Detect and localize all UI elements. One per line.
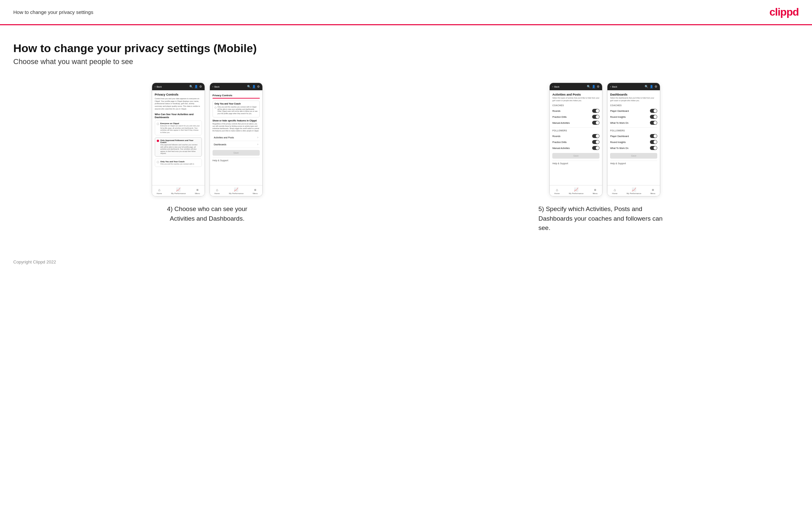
save-btn-2[interactable]: Save (212, 150, 260, 156)
back-chevron-1: ‹ (155, 85, 156, 88)
person-icon-4[interactable]: 👤 (650, 85, 653, 88)
option-everyone-desc: Everyone on Clippd can search for you an… (160, 125, 200, 133)
nav-back-label-3: Back (554, 86, 560, 88)
settings-icon-3[interactable]: ⚙ (597, 85, 600, 88)
bottom-performance-label-3: My Performance (569, 192, 583, 194)
save-btn-3[interactable]: Save (552, 153, 600, 159)
followers-player-toggle[interactable] (650, 134, 657, 138)
main-content: How to change your privacy settings (Mob… (0, 25, 812, 253)
bottom-menu-label-3: Menu (593, 192, 598, 194)
followers-rounds-toggle[interactable] (592, 134, 600, 138)
coaches-player-toggle[interactable] (650, 109, 657, 113)
coaches-insights-row: Round Insights (610, 114, 657, 120)
toggle-knob (654, 134, 657, 138)
followers-drills-toggle[interactable] (592, 140, 600, 144)
coaches-manual-toggle[interactable] (592, 121, 600, 125)
phone-nav-4: ‹ Back 🔍 👤 ⚙ (607, 83, 660, 90)
followers-rounds-label: Rounds (552, 135, 560, 137)
caption-block-4: ‹ Back 🔍 👤 ⚙ Privacy Controls Control ho… (13, 82, 401, 223)
bottom-menu-2[interactable]: ≡ Menu (253, 188, 258, 194)
bottom-menu-1[interactable]: ≡ Menu (195, 188, 200, 194)
screenshots-grid: ‹ Back 🔍 👤 ⚙ Privacy Controls Control ho… (13, 82, 799, 233)
person-icon-3[interactable]: 👤 (592, 85, 596, 88)
save-btn-4[interactable]: Save (610, 153, 657, 159)
coaches-work-label: What To Work On (610, 122, 628, 124)
radio-approved[interactable] (157, 140, 159, 142)
caption-4: 4) Choose who can see your Activities an… (154, 205, 260, 223)
option-approved-title: Only Approved Followers and Your Coach (160, 139, 200, 143)
pc-tab-bar-2: Privacy Controls (212, 93, 260, 99)
bottom-performance-1[interactable]: 📈 My Performance (171, 187, 186, 194)
dashboards-link[interactable]: Dashboards › (212, 141, 260, 148)
person-icon-2[interactable]: 👤 (252, 85, 256, 88)
toggle-knob (596, 146, 599, 150)
option-approved-desc: Only approved followers and coaches you … (160, 144, 200, 155)
coaches-drills-label: Practice Drills (552, 116, 567, 118)
toggle-knob (654, 121, 657, 124)
followers-label-3: FOLLOWERS (552, 129, 600, 132)
footer: Copyright Clippd 2022 (0, 253, 812, 271)
bottom-home-2[interactable]: ⌂ Home (214, 188, 220, 194)
copyright: Copyright Clippd 2022 (13, 260, 56, 265)
bottom-performance-2[interactable]: 📈 My Performance (229, 187, 244, 194)
toggle-knob (596, 109, 599, 112)
bottom-performance-4[interactable]: 📈 My Performance (627, 187, 641, 194)
option-everyone-title: Everyone on Clippd (160, 122, 200, 124)
option-only-you[interactable]: Only You and Your Coach Only you and the… (155, 159, 202, 167)
option-approved[interactable]: Only Approved Followers and Your Coach O… (155, 137, 202, 157)
bottom-performance-3[interactable]: 📈 My Performance (569, 187, 583, 194)
radio-popup[interactable] (214, 107, 216, 109)
settings-icon-1[interactable]: ⚙ (199, 85, 202, 88)
coaches-rounds-toggle[interactable] (592, 109, 600, 113)
followers-insights-toggle[interactable] (650, 140, 657, 144)
settings-icon-4[interactable]: ⚙ (655, 85, 657, 88)
bottom-home-3[interactable]: ⌂ Home (554, 188, 560, 194)
followers-label-4: FOLLOWERS (610, 129, 657, 132)
followers-manual-toggle[interactable] (592, 146, 600, 150)
option-everyone[interactable]: Everyone on Clippd Everyone on Clippd ca… (155, 120, 202, 135)
home-icon-3: ⌂ (556, 188, 558, 192)
divider-4 (610, 127, 657, 128)
bottom-home-1[interactable]: ⌂ Home (157, 188, 162, 194)
followers-work-toggle[interactable] (650, 146, 657, 150)
bottom-menu-3[interactable]: ≡ Menu (593, 188, 598, 194)
coaches-label-4: COACHES (610, 104, 657, 107)
radio-only-you[interactable] (157, 161, 159, 163)
activities-posts-link[interactable]: Activities and Posts › (212, 134, 260, 141)
person-icon-1[interactable]: 👤 (194, 85, 198, 88)
bottom-home-4[interactable]: ⌂ Home (612, 188, 617, 194)
performance-icon-4: 📈 (632, 187, 636, 192)
bottom-home-label-3: Home (554, 192, 560, 194)
toggle-knob (654, 146, 657, 150)
followers-player-label: Player Dashboard (610, 135, 629, 137)
performance-icon-2: 📈 (234, 187, 239, 192)
search-icon-1[interactable]: 🔍 (189, 85, 193, 88)
search-icon-3[interactable]: 🔍 (587, 85, 591, 88)
radio-everyone[interactable] (157, 123, 159, 125)
performance-icon-3: 📈 (574, 187, 578, 192)
page-subheading: Choose what you want people to see (13, 57, 799, 66)
search-icon-4[interactable]: 🔍 (645, 85, 648, 88)
caption-5: 5) Specify which Activities, Posts and D… (538, 205, 671, 233)
back-chevron-2: ‹ (212, 85, 213, 88)
only-you-box: Only You and Your Coach Only you and the… (212, 101, 260, 117)
toggle-knob (654, 140, 657, 144)
option-only-you-title: Only You and Your Coach (160, 161, 194, 163)
bottom-menu-4[interactable]: ≡ Menu (650, 188, 655, 194)
search-icon-2[interactable]: 🔍 (247, 85, 251, 88)
coaches-drills-row: Practice Drills (552, 114, 600, 120)
coaches-work-toggle[interactable] (650, 121, 657, 125)
logo: clippd (769, 6, 799, 18)
followers-work-label: What To Work On (610, 147, 628, 149)
top-bar-title: How to change your privacy settings (13, 9, 93, 15)
coaches-drills-toggle[interactable] (592, 115, 600, 119)
pc-tab-2[interactable]: Privacy Controls (212, 93, 233, 99)
only-you-box-desc: Only you and the coaches you connect wit… (217, 106, 258, 114)
dash-desc-4: Select the dashboards that you'd like to… (610, 97, 657, 102)
coaches-insights-toggle[interactable] (650, 115, 657, 119)
followers-drills-label: Practice Drills (552, 141, 567, 143)
bottom-menu-label-1: Menu (195, 192, 200, 194)
pc-desc-1: Control how you and your data appears to… (155, 98, 202, 110)
settings-icon-2[interactable]: ⚙ (257, 85, 260, 88)
coaches-insights-label: Round Insights (610, 116, 626, 118)
